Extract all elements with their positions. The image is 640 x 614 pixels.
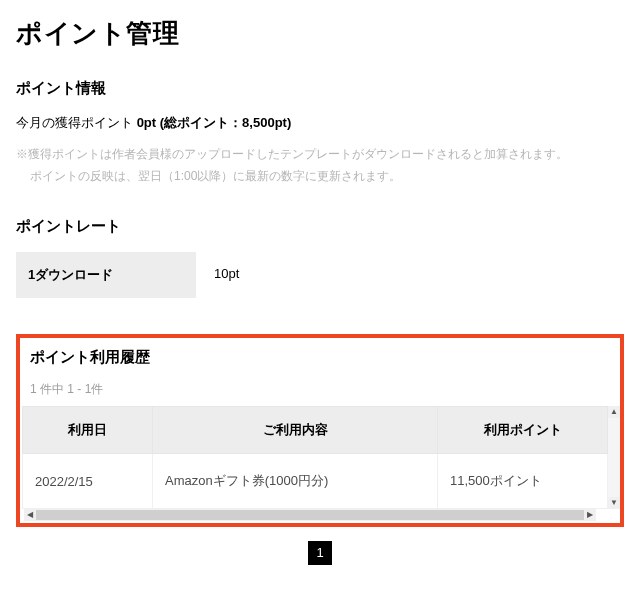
section-heading-info: ポイント情報	[16, 79, 624, 98]
hscroll-thumb[interactable]	[36, 510, 584, 520]
scroll-right-arrow-icon[interactable]: ▶	[584, 509, 596, 521]
total-value: 8,500pt	[242, 115, 287, 130]
col-header-points: 利用ポイント	[438, 407, 608, 454]
section-heading-rate: ポイントレート	[16, 217, 624, 236]
col-header-content: ご利用内容	[153, 407, 438, 454]
section-heading-history: ポイント利用履歴	[20, 348, 620, 367]
rate-row: 1ダウンロード 10pt	[16, 252, 624, 298]
scroll-left-arrow-icon[interactable]: ◀	[24, 509, 36, 521]
history-frame: ポイント利用履歴 1 件中 1 - 1件 利用日 ご利用内容 利用ポイント 20…	[16, 334, 624, 527]
table-row: 2022/2/15 Amazonギフト券(1000円分) 11,500ポイント	[23, 454, 608, 509]
vscroll-track[interactable]	[608, 418, 620, 497]
cell-points: 11,500ポイント	[438, 454, 608, 509]
total-prefix: (総ポイント：	[160, 115, 242, 130]
notes: ※獲得ポイントは作者会員様のアップロードしたテンプレートがダウンロードされると加…	[16, 144, 624, 187]
history-table: 利用日 ご利用内容 利用ポイント 2022/2/15 Amazonギフト券(10…	[22, 406, 608, 509]
note-line-1: ※獲得ポイントは作者会員様のアップロードしたテンプレートがダウンロードされると加…	[16, 144, 624, 166]
scroll-area: 利用日 ご利用内容 利用ポイント 2022/2/15 Amazonギフト券(10…	[20, 406, 620, 521]
vertical-scrollbar[interactable]: ▲ ▼	[608, 406, 620, 509]
current-points-line: 今月の獲得ポイント 0pt (総ポイント：8,500pt)	[16, 114, 624, 132]
cell-date: 2022/2/15	[23, 454, 153, 509]
scroll-up-arrow-icon[interactable]: ▲	[608, 406, 620, 418]
rate-label: 1ダウンロード	[16, 252, 196, 298]
horizontal-scrollbar[interactable]: ◀ ▶	[24, 509, 596, 521]
total-suffix: )	[287, 115, 291, 130]
page-title: ポイント管理	[16, 16, 624, 51]
current-value: 0pt	[137, 115, 157, 130]
cell-content: Amazonギフト券(1000円分)	[153, 454, 438, 509]
rate-value: 10pt	[196, 252, 257, 298]
note-line-2: ポイントの反映は、翌日（1:00以降）に最新の数字に更新されます。	[30, 166, 624, 188]
pagination: 1	[16, 541, 624, 565]
scroll-down-arrow-icon[interactable]: ▼	[608, 497, 620, 509]
table-header-row: 利用日 ご利用内容 利用ポイント	[23, 407, 608, 454]
col-header-date: 利用日	[23, 407, 153, 454]
current-label: 今月の獲得ポイント	[16, 115, 133, 130]
page-number-current[interactable]: 1	[308, 541, 332, 565]
pager-text: 1 件中 1 - 1件	[20, 381, 620, 398]
